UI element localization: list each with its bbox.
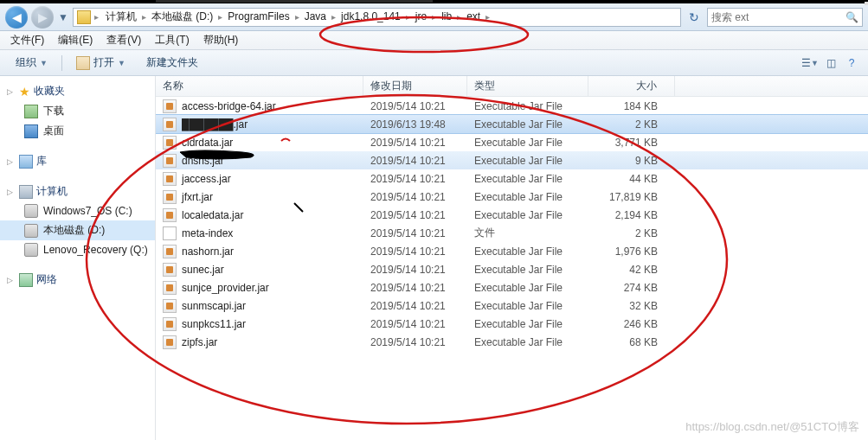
column-name[interactable]: 名称	[156, 76, 363, 97]
sidebar-item-label: 本地磁盘 (D:)	[43, 223, 105, 238]
file-name: sunpkcs11.jar	[182, 318, 246, 330]
history-dropdown[interactable]: ▼	[57, 6, 69, 29]
file-date: 2019/5/14 10:21	[363, 244, 467, 259]
file-icon	[163, 263, 177, 277]
file-row[interactable]: cldrdata.jar 2019/5/14 10:21 Executable …	[156, 133, 868, 151]
menu-item[interactable]: 工具(T)	[148, 32, 196, 48]
chevron-right-icon: ▸	[404, 12, 412, 22]
breadcrumb[interactable]: ▸ 计算机▸本地磁盘 (D:)▸ProgramFiles▸Java▸jdk1.8…	[73, 8, 681, 27]
breadcrumb-item[interactable]: jdk1.8.0_141	[338, 9, 404, 24]
computer-icon	[19, 185, 33, 199]
menu-item[interactable]: 帮助(H)	[196, 32, 246, 48]
file-date: 2019/5/14 10:21	[363, 298, 467, 314]
file-name: jfxrt.jar	[182, 191, 213, 203]
file-row[interactable]: jfxrt.jar 2019/5/14 10:21 Executable Jar…	[156, 188, 868, 206]
drive-icon	[24, 243, 38, 257]
column-date[interactable]: 修改日期	[363, 76, 467, 97]
sidebar-item-drive[interactable]: Windows7_OS (C:)	[0, 201, 155, 220]
breadcrumb-item[interactable]: 本地磁盘 (D:)	[148, 9, 216, 24]
file-type: Executable Jar File	[467, 298, 588, 314]
chevron-right-icon: ▸	[430, 12, 438, 22]
file-size: 9 KB	[588, 153, 675, 169]
file-size: 246 KB	[588, 316, 675, 332]
file-type: Executable Jar File	[467, 262, 588, 277]
menu-item[interactable]: 查看(V)	[100, 32, 148, 48]
file-type: Executable Jar File	[467, 189, 588, 205]
sidebar-item-drive[interactable]: 本地磁盘 (D:)	[0, 220, 155, 240]
column-type[interactable]: 类型	[467, 76, 588, 97]
file-type: Executable Jar File	[467, 335, 588, 350]
navigation-pane: ▷★收藏夹 下载桌面 ▷库 ▷计算机 Windows7_OS (C:)本地磁盘 …	[0, 76, 156, 440]
breadcrumb-item[interactable]: ext	[463, 9, 484, 24]
item-icon	[24, 124, 38, 138]
network-header[interactable]: ▷网络	[0, 270, 155, 290]
file-row[interactable]: ███████.jar 2019/6/13 19:48 Executable J…	[156, 115, 868, 133]
open-button[interactable]: 打开 ▼	[68, 52, 134, 73]
sidebar-item-drive[interactable]: Lenovo_Recovery (Q:)	[0, 240, 155, 259]
library-icon	[19, 155, 33, 169]
chevron-right-icon: ▸	[455, 12, 463, 22]
drive-icon	[24, 204, 38, 218]
back-button[interactable]: ◀	[5, 6, 28, 29]
new-folder-button[interactable]: 新建文件夹	[138, 52, 207, 73]
view-options-button[interactable]: ☰ ▼	[800, 54, 820, 73]
file-row[interactable]: sunpkcs11.jar 2019/5/14 10:21 Executable…	[156, 315, 868, 333]
file-type: Executable Jar File	[467, 99, 588, 114]
file-name: jaccess.jar	[182, 173, 231, 185]
search-icon: 🔍	[845, 11, 858, 23]
file-icon	[163, 335, 177, 349]
file-icon	[163, 299, 177, 313]
file-name: localedata.jar	[182, 209, 243, 221]
file-name: cldrdata.jar	[182, 137, 233, 149]
sidebar-item[interactable]: 桌面	[0, 121, 155, 141]
file-type: Executable Jar File	[467, 207, 588, 223]
file-icon	[163, 208, 177, 222]
file-row[interactable]: zipfs.jar 2019/5/14 10:21 Executable Jar…	[156, 333, 868, 351]
file-row[interactable]: nashorn.jar 2019/5/14 10:21 Executable J…	[156, 242, 868, 260]
file-type: Executable Jar File	[467, 153, 588, 169]
breadcrumb-item[interactable]: Java	[301, 9, 330, 24]
file-row[interactable]: dnsns.jar 2019/5/14 10:21 Executable Jar…	[156, 151, 868, 169]
libraries-header[interactable]: ▷库	[0, 151, 155, 171]
menu-item[interactable]: 文件(F)	[3, 32, 51, 48]
file-row[interactable]: sunjce_provider.jar 2019/5/14 10:21 Exec…	[156, 278, 868, 297]
sidebar-item[interactable]: 下载	[0, 101, 155, 121]
separator	[61, 55, 62, 71]
file-row[interactable]: sunmscapi.jar 2019/5/14 10:21 Executable…	[156, 297, 868, 315]
column-size[interactable]: 大小	[588, 76, 675, 97]
file-size: 32 KB	[588, 298, 675, 314]
file-size: 1,976 KB	[588, 244, 675, 259]
help-button[interactable]: ?	[842, 54, 861, 73]
forward-button[interactable]: ▶	[31, 6, 54, 29]
file-row[interactable]: jaccess.jar 2019/5/14 10:21 Executable J…	[156, 169, 868, 188]
file-date: 2019/5/14 10:21	[363, 99, 467, 114]
file-size: 274 KB	[588, 280, 675, 296]
breadcrumb-item[interactable]: lib	[438, 9, 455, 24]
organize-button[interactable]: 组织 ▼	[7, 52, 56, 73]
file-size: 44 KB	[588, 171, 675, 187]
file-row[interactable]: access-bridge-64.jar 2019/5/14 10:21 Exe…	[156, 97, 868, 115]
file-size: 42 KB	[588, 262, 675, 277]
file-icon	[163, 317, 177, 331]
favorites-header[interactable]: ▷★收藏夹	[0, 81, 155, 101]
breadcrumb-item[interactable]: 计算机	[102, 9, 140, 24]
star-icon: ★	[19, 85, 30, 99]
computer-header[interactable]: ▷计算机	[0, 182, 155, 201]
file-name: ███████.jar	[182, 118, 248, 131]
file-size: 2 KB	[588, 226, 675, 241]
file-name: access-bridge-64.jar	[182, 100, 276, 112]
file-row[interactable]: sunec.jar 2019/5/14 10:21 Executable Jar…	[156, 260, 868, 278]
file-row[interactable]: meta-index 2019/5/14 10:21 文件 2 KB	[156, 224, 868, 242]
preview-pane-button[interactable]: ◫	[821, 54, 840, 73]
search-box[interactable]: 🔍	[707, 8, 863, 27]
file-list: access-bridge-64.jar 2019/5/14 10:21 Exe…	[156, 97, 868, 351]
file-size: 2 KB	[588, 117, 675, 132]
file-name: nashorn.jar	[182, 246, 234, 258]
breadcrumb-item[interactable]: ProgramFiles	[224, 9, 293, 24]
search-input[interactable]	[711, 11, 842, 23]
file-row[interactable]: localedata.jar 2019/5/14 10:21 Executabl…	[156, 206, 868, 224]
refresh-button[interactable]: ↻	[685, 8, 704, 27]
file-date: 2019/5/14 10:21	[363, 189, 467, 205]
breadcrumb-item[interactable]: jre	[412, 9, 430, 24]
menu-item[interactable]: 编辑(E)	[51, 32, 100, 48]
